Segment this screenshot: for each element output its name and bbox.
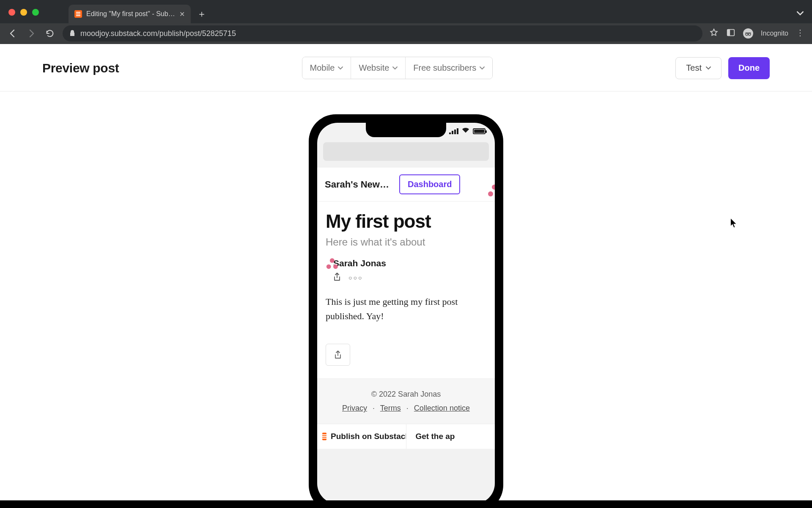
- cta-publish-label: Publish on Substack: [331, 432, 406, 441]
- forward-button[interactable]: [25, 28, 37, 39]
- header-actions: Test Done: [675, 57, 770, 79]
- done-button[interactable]: Done: [728, 57, 770, 79]
- byline-actions: ○○○: [333, 273, 386, 283]
- test-button[interactable]: Test: [675, 57, 721, 79]
- wifi-icon: [462, 127, 469, 135]
- substack-favicon-icon: [74, 10, 82, 18]
- footer-links: Privacy · Terms · Collection notice: [326, 404, 486, 413]
- author-name: Sarah Jonas: [333, 258, 386, 268]
- page-title: Preview post: [42, 61, 119, 75]
- cta-publish[interactable]: Publish on Substack: [317, 424, 406, 449]
- segment-device[interactable]: Mobile: [302, 57, 351, 79]
- url-text: moodjoy.substack.com/publish/post/528257…: [80, 29, 236, 38]
- footer-link-privacy[interactable]: Privacy: [342, 404, 367, 412]
- side-panel-icon[interactable]: [726, 28, 735, 39]
- browser-chrome: Editing "My first post" - Subst… ✕ ＋ moo…: [0, 0, 812, 44]
- chevron-down-icon: [392, 66, 398, 71]
- preview-mode-segments: Mobile Website Free subscribers: [302, 57, 493, 79]
- publication-name: Sarah's Newsl…: [325, 179, 392, 190]
- new-tab-button[interactable]: ＋: [194, 6, 209, 22]
- lock-icon: [69, 30, 75, 38]
- page: Preview post Mobile Website Free subscri…: [0, 44, 812, 500]
- footer-link-terms[interactable]: Terms: [380, 404, 401, 412]
- segment-audience[interactable]: Free subscribers: [406, 57, 492, 79]
- chevron-down-icon: [706, 66, 711, 71]
- tabs-overflow-icon[interactable]: [797, 10, 804, 18]
- copyright-text: © 2022 Sarah Jonas: [326, 390, 486, 399]
- window-controls: [8, 9, 39, 16]
- dashboard-label: Dashboard: [408, 179, 452, 189]
- svg-rect-1: [727, 30, 730, 36]
- more-options-icon[interactable]: ○○○: [348, 274, 363, 281]
- segment-audience-label: Free subscribers: [413, 63, 476, 73]
- phone-screen: Sarah's Newsl… Dashboard My first post H: [317, 123, 495, 500]
- toolbar-right: Incognito ⋯: [709, 28, 805, 39]
- tab-title: Editing "My first post" - Subst…: [86, 10, 175, 18]
- post-content: My first post Here is what it's about Sa…: [317, 202, 495, 378]
- substack-logo-icon: [322, 433, 326, 440]
- reload-button[interactable]: [44, 28, 56, 39]
- incognito-avatar-icon[interactable]: [743, 28, 753, 39]
- window-close[interactable]: [8, 9, 15, 16]
- separator: ·: [373, 404, 375, 412]
- back-button[interactable]: [7, 28, 19, 39]
- phone-frame: Sarah's Newsl… Dashboard My first post H: [309, 114, 503, 500]
- cta-row: Publish on Substack Get the ap: [317, 424, 495, 449]
- byline: Sarah Jonas ○○○: [326, 258, 486, 283]
- search-placeholder-bar[interactable]: [323, 142, 489, 161]
- mouse-cursor-icon: [730, 218, 738, 229]
- segment-surface-label: Website: [359, 63, 389, 73]
- post-title: My first post: [326, 211, 486, 232]
- test-label: Test: [686, 63, 702, 73]
- post-subtitle: Here is what it's about: [326, 236, 486, 248]
- svg-point-3: [749, 33, 751, 36]
- post-footer: © 2022 Sarah Jonas Privacy · Terms · Col…: [317, 378, 495, 424]
- share-icon[interactable]: [333, 273, 341, 283]
- post-body: This is just me getting my first post pu…: [326, 295, 486, 323]
- share-button[interactable]: [326, 344, 350, 366]
- preview-canvas: Sarah's Newsl… Dashboard My first post H: [0, 99, 812, 500]
- battery-icon: [473, 128, 486, 134]
- address-bar-row: moodjoy.substack.com/publish/post/528257…: [0, 23, 812, 44]
- browser-menu-icon[interactable]: ⋯: [796, 29, 806, 38]
- browser-tab[interactable]: Editing "My first post" - Subst… ✕: [69, 5, 191, 23]
- chevron-down-icon: [338, 66, 343, 71]
- cellular-signal-icon: [449, 128, 458, 134]
- cta-get-app[interactable]: Get the ap: [406, 424, 495, 449]
- page-header: Preview post Mobile Website Free subscri…: [0, 44, 812, 91]
- tab-strip: Editing "My first post" - Subst… ✕ ＋: [0, 0, 812, 23]
- footer-link-collection[interactable]: Collection notice: [414, 404, 470, 412]
- bookmark-star-icon[interactable]: [709, 28, 719, 39]
- window-zoom[interactable]: [32, 9, 39, 16]
- svg-point-2: [746, 33, 748, 36]
- profile-label: Incognito: [761, 30, 788, 37]
- chevron-down-icon: [480, 66, 485, 71]
- window-minimize[interactable]: [20, 9, 27, 16]
- separator: ·: [406, 404, 409, 412]
- done-label: Done: [738, 63, 760, 73]
- publication-header: Sarah's Newsl… Dashboard: [317, 168, 495, 202]
- segment-surface[interactable]: Website: [351, 57, 406, 79]
- phone-notch: [366, 123, 446, 137]
- address-bar[interactable]: moodjoy.substack.com/publish/post/528257…: [63, 25, 702, 41]
- cta-get-app-label: Get the ap: [416, 432, 455, 441]
- dashboard-button[interactable]: Dashboard: [399, 174, 460, 194]
- tab-close-icon[interactable]: ✕: [179, 10, 185, 18]
- segment-device-label: Mobile: [310, 63, 335, 73]
- letterbox: [0, 500, 812, 508]
